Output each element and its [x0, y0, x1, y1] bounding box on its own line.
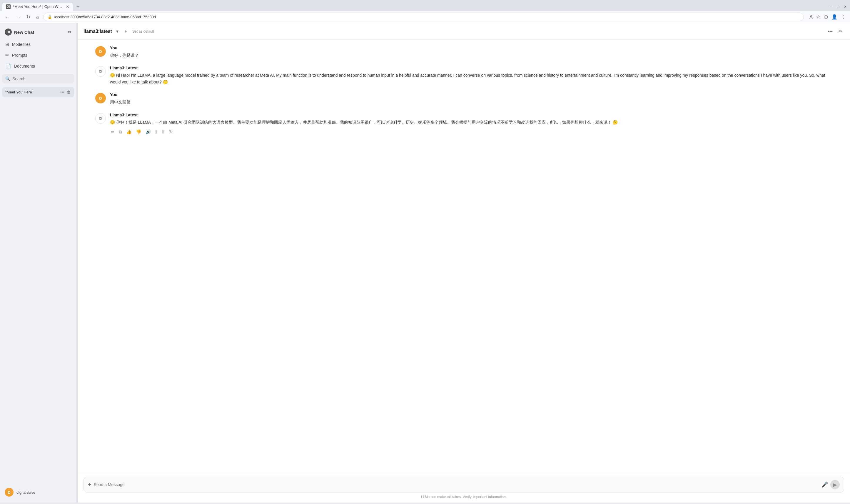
tab-bar: OI *Meet You Here* | Open Web... ✕ + ─ □…: [0, 0, 850, 11]
chat-item-title: "Meet You Here": [5, 90, 60, 94]
model-chevron-button[interactable]: ▾: [114, 27, 120, 35]
chat-delete-button[interactable]: 🗑: [66, 89, 71, 95]
sidebar-item-modelfiles-label: Modelfiles: [12, 42, 31, 47]
message-text: 你好，你是谁？: [110, 52, 832, 58]
translate-button[interactable]: A: [809, 14, 814, 21]
message-content: You 用中文回复: [110, 92, 832, 105]
message-content: You 你好，你是谁？: [110, 46, 832, 58]
sidebar-logo: OI New Chat: [5, 29, 34, 36]
input-add-button[interactable]: +: [88, 481, 91, 488]
copy-message-button[interactable]: ⧉: [118, 128, 123, 136]
header-ellipsis-button[interactable]: •••: [826, 28, 834, 35]
sender-name: You: [110, 46, 832, 50]
search-icon: 🔍: [5, 76, 10, 81]
sender-name: You: [110, 92, 832, 97]
thumbup-button[interactable]: 👍: [125, 128, 132, 136]
app: OI New Chat ✏ ⊞ Modelfiles ✏ Prompts 📄 D…: [0, 23, 850, 503]
avatar: D: [95, 46, 106, 57]
new-chat-label[interactable]: New Chat: [14, 30, 34, 35]
username-label: digitalslave: [16, 490, 35, 494]
extensions-button[interactable]: ⬡: [823, 13, 829, 21]
new-tab-button[interactable]: +: [74, 2, 82, 11]
table-row: OI Llama3:Latest 😊 你好！我是 LLaMA，一个由 Meta …: [95, 112, 832, 136]
sidebar-item-prompts-label: Prompts: [12, 53, 27, 58]
forward-button[interactable]: →: [14, 14, 22, 20]
info-button[interactable]: ℹ: [154, 128, 158, 136]
maximize-button[interactable]: □: [836, 4, 840, 9]
tab-favicon: OI: [6, 4, 11, 9]
sender-name: Llama3:Latest: [110, 66, 832, 70]
chat-item[interactable]: "Meet You Here" ••• 🗑: [2, 87, 74, 97]
home-button[interactable]: ⌂: [34, 14, 41, 20]
message-text: 😊 你好！我是 LLaMA，一个由 Meta AI 研究团队训练的大语言模型。我…: [110, 119, 832, 125]
refresh-button[interactable]: ↻: [168, 128, 174, 136]
sidebar-item-documents-label: Documents: [14, 64, 35, 69]
edit-message-button[interactable]: ✏: [110, 128, 116, 136]
message-content: Llama3:Latest 😊 你好！我是 LLaMA，一个由 Meta AI …: [110, 112, 832, 136]
table-row: D You 用中文回复: [95, 92, 832, 105]
send-button[interactable]: ▶: [830, 480, 840, 489]
address-bar: ← → ↻ ⌂ 🔒 localhost:3000/c/5a5d1734-83d2…: [0, 11, 850, 23]
message-actions: ✏ ⧉ 👍 👎 🔊 ℹ ⇧ ↻: [110, 128, 832, 136]
minimize-button[interactable]: ─: [829, 4, 834, 9]
user-avatar: D: [5, 488, 14, 497]
tab-title: *Meet You Here* | Open Web...: [13, 4, 64, 9]
bookmark-button[interactable]: ☆: [815, 13, 821, 21]
sidebar-nav: ⊞ Modelfiles ✏ Prompts 📄 Documents: [0, 39, 76, 72]
url-security-icon: 🔒: [48, 15, 52, 19]
avatar: OI: [95, 66, 106, 77]
chat-list: "Meet You Here" ••• 🗑: [0, 86, 76, 485]
message-text: 用中文回复: [110, 99, 832, 105]
main-chat: llama3:latest ▾ + Set as default ••• ✏ D…: [77, 23, 850, 503]
documents-icon: 📄: [5, 63, 11, 69]
table-row: OI Llama3:Latest 😊 Ni Hao! I'm LLaMA, a …: [95, 66, 832, 85]
modelfiles-icon: ⊞: [5, 41, 9, 47]
chat-item-actions: ••• 🗑: [60, 89, 71, 95]
input-area: + 🎤 ▶ LLMs can make mistakes. Verify imp…: [77, 473, 850, 503]
url-box[interactable]: 🔒 localhost:3000/c/5a5d1734-83d2-483d-ba…: [43, 13, 804, 21]
tab-close-button[interactable]: ✕: [66, 4, 69, 9]
reload-button[interactable]: ↻: [25, 14, 32, 20]
avatar: OI: [95, 113, 106, 124]
sidebar-header: OI New Chat ✏: [0, 26, 76, 39]
url-text: localhost:3000/c/5a5d1734-83d2-483d-bace…: [54, 15, 156, 19]
header-edit-button[interactable]: ✏: [837, 27, 844, 35]
chat-header: llama3:latest ▾ + Set as default ••• ✏: [77, 23, 850, 40]
menu-button[interactable]: ⋮: [840, 13, 847, 21]
logo-icon: OI: [5, 29, 12, 36]
avatar: D: [95, 93, 106, 104]
disclaimer-text: LLMs can make mistakes. Verify important…: [84, 495, 844, 499]
active-tab[interactable]: OI *Meet You Here* | Open Web... ✕: [2, 3, 73, 11]
sidebar-item-documents[interactable]: 📄 Documents: [2, 61, 74, 71]
browser-chrome: OI *Meet You Here* | Open Web... ✕ + ─ □…: [0, 0, 850, 23]
share-button[interactable]: ⇧: [160, 128, 166, 136]
table-row: D You 你好，你是谁？: [95, 46, 832, 58]
model-add-button[interactable]: +: [123, 28, 129, 35]
window-controls: ─ □ ✕: [829, 4, 848, 9]
search-input[interactable]: [2, 74, 74, 84]
audio-button[interactable]: 🔊: [145, 128, 152, 136]
search-box: 🔍: [2, 74, 74, 84]
new-chat-edit-button[interactable]: ✏: [68, 29, 72, 35]
sender-name: Llama3:Latest: [110, 112, 832, 117]
sidebar-item-prompts[interactable]: ✏ Prompts: [2, 50, 74, 60]
chat-more-button[interactable]: •••: [60, 89, 65, 95]
sidebar-footer: D digitalslave: [0, 485, 76, 500]
prompts-icon: ✏: [5, 52, 9, 58]
sidebar-item-modelfiles[interactable]: ⊞ Modelfiles: [2, 39, 74, 49]
message-content: Llama3:Latest 😊 Ni Hao! I'm LLaMA, a lar…: [110, 66, 832, 85]
address-actions: A ☆ ⬡ 👤 ⋮: [809, 13, 847, 21]
thumbdown-button[interactable]: 👎: [135, 128, 142, 136]
input-box: + 🎤 ▶: [84, 477, 844, 492]
set-default-label[interactable]: Set as default: [132, 30, 154, 34]
model-name: llama3:latest: [84, 29, 112, 34]
message-input[interactable]: [94, 482, 819, 487]
message-text: 😊 Ni Hao! I'm LLaMA, a large language mo…: [110, 72, 832, 85]
messages-container: D You 你好，你是谁？ OI Llama3:Latest 😊 Ni Hao!…: [77, 40, 850, 473]
close-window-button[interactable]: ✕: [843, 4, 848, 9]
mic-button[interactable]: 🎤: [821, 481, 828, 488]
sidebar: OI New Chat ✏ ⊞ Modelfiles ✏ Prompts 📄 D…: [0, 23, 76, 503]
back-button[interactable]: ←: [3, 14, 12, 20]
profile-button[interactable]: 👤: [831, 13, 838, 21]
